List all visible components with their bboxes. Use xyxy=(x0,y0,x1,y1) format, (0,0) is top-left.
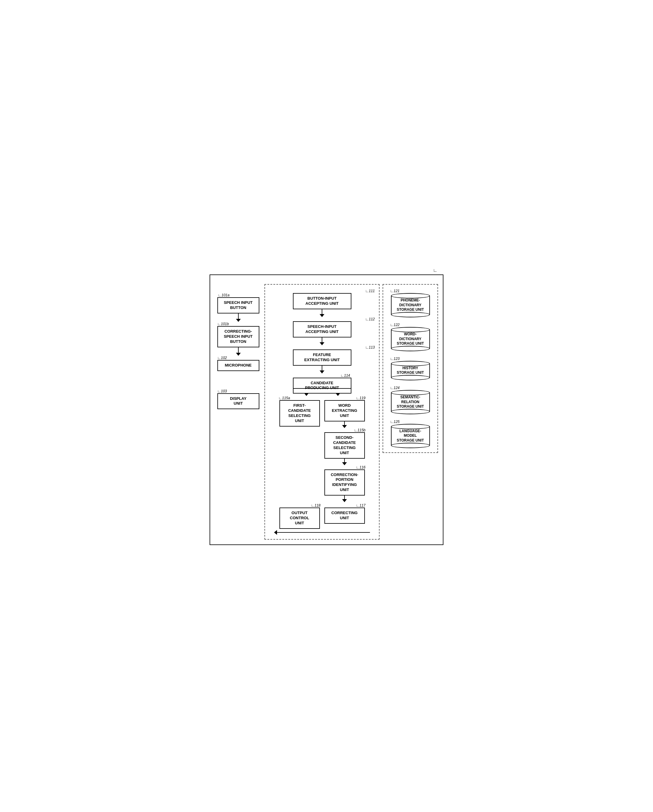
button-input-accepting-unit: BUTTON-INPUTACCEPTING UNIT xyxy=(293,293,352,309)
ref-111: ∟111 xyxy=(365,289,376,293)
language-model-storage-unit: ∟125 LANGUAGE-MODELSTORAGE UNIT xyxy=(387,420,434,448)
ref-123: ∟123 xyxy=(390,357,400,361)
ref-112: ∟112 xyxy=(365,317,376,321)
right-dashed-box: ∟121 PHONEME-DICTIONARYSTORAGE UNIT ∟122… xyxy=(382,284,438,453)
correcting-unit: CORRECTINGUNIT xyxy=(324,508,365,524)
ref-118: ∟118 xyxy=(311,503,321,508)
first-candidate-selecting-unit: FIRST-CANDIDATESELECTINGUNIT xyxy=(279,400,320,427)
ref-101a: ∟101a xyxy=(218,293,229,297)
display-unit-box: DISPLAYUNIT xyxy=(218,393,259,409)
ref-125: ∟125 xyxy=(390,420,400,424)
speech-input-accepting-unit: SPEECH-INPUTACCEPTING UNIT xyxy=(293,321,352,337)
page-wrapper: ∟ ∟101a SPEECH INPUTBUTTON ∟101b CORRECT… xyxy=(210,267,443,545)
speech-input-button-box: SPEECH INPUTBUTTON xyxy=(218,297,259,313)
ref-121: ∟121 xyxy=(390,289,400,293)
ref-119: ∟119 xyxy=(356,396,365,400)
ref-103: ∟103 xyxy=(218,389,227,393)
ref-101b: ∟101b xyxy=(218,322,229,326)
center-dashed-box: ∟111 BUTTON-INPUTACCEPTING UNIT ∟112 SPE… xyxy=(265,284,379,540)
history-storage-unit: ∟123 HISTORYSTORAGE UNIT xyxy=(387,357,434,380)
ref-116: ∟116 xyxy=(356,465,365,469)
left-column: ∟101a SPEECH INPUTBUTTON ∟101b CORRECTIN… xyxy=(215,284,262,409)
candidate-producing-unit: CANDIDATEPRODUCING UNIT xyxy=(293,378,352,394)
ref-114: ∟114 xyxy=(341,374,352,378)
microphone-box: MICROPHONE xyxy=(218,360,259,371)
figure-number: ∟ xyxy=(210,267,443,273)
phoneme-dictionary-storage-unit: ∟121 PHONEME-DICTIONARYSTORAGE UNIT xyxy=(387,289,434,317)
semantic-relation-storage-unit: ∟124 SEMANTIC-RELATIONSTORAGE UNIT xyxy=(387,386,434,414)
ref-115a: ∟115a xyxy=(279,396,290,400)
word-extracting-unit: WORDEXTRACTINGUNIT xyxy=(324,400,365,421)
ref-122: ∟122 xyxy=(390,323,400,327)
correcting-speech-input-button-box: CORRECTING-SPEECH INPUTBUTTON xyxy=(218,326,259,347)
main-diagram-box: ∟101a SPEECH INPUTBUTTON ∟101b CORRECTIN… xyxy=(210,275,443,545)
word-dictionary-storage-unit: ∟122 WORD-DICTIONARYSTORAGE UNIT xyxy=(387,323,434,351)
ref-115b: ∟115b xyxy=(354,428,365,432)
ref-113: ∟113 xyxy=(365,345,376,350)
ref-102: ∟102 xyxy=(218,356,227,360)
second-candidate-selecting-unit: SECOND-CANDIDATESELECTINGUNIT xyxy=(324,432,365,459)
ref-124: ∟124 xyxy=(390,386,400,390)
ref-117: ∟117 xyxy=(356,503,365,508)
feature-extracting-unit: FEATUREEXTRACTING UNIT xyxy=(293,350,352,366)
correction-portion-identifying-unit: CORRECTION-PORTIONIDENTIFYINGUNIT xyxy=(324,469,365,496)
figure-ref: ∟ xyxy=(433,267,437,273)
output-control-unit: OUTPUTCONTROLUNIT xyxy=(279,508,320,529)
